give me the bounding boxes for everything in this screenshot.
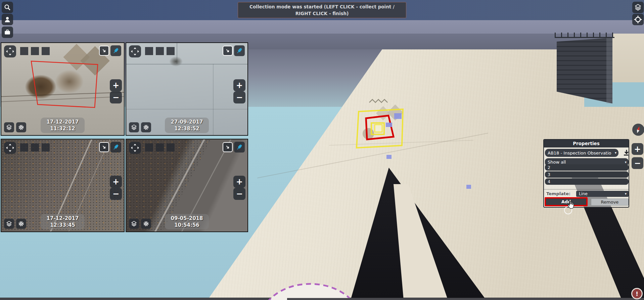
right-wall: [612, 34, 644, 83]
pan-button[interactable]: [129, 142, 141, 154]
tile-toggle-square[interactable]: [145, 47, 153, 55]
layers-icon: [131, 124, 137, 131]
export-icon: [101, 48, 107, 54]
remove-button[interactable]: Remove: [591, 199, 629, 206]
move-icon: [6, 47, 14, 56]
pin-button[interactable]: [234, 142, 245, 153]
pin-button[interactable]: [110, 142, 121, 153]
tile-toggle-square[interactable]: [156, 143, 164, 152]
tile-date: 17-12-2017: [47, 215, 79, 222]
download-button[interactable]: [620, 149, 629, 158]
tile-layers-button[interactable]: [129, 219, 139, 229]
zoom-in-button[interactable]: +: [632, 143, 643, 155]
joint-line: [126, 109, 247, 110]
tile-time: 11:32:12: [47, 125, 79, 132]
pin-button[interactable]: [234, 45, 245, 56]
crosshair-icon: [634, 15, 642, 24]
export-icon: [225, 144, 231, 150]
joint-line: [126, 64, 247, 65]
list-item[interactable]: 4: [545, 178, 629, 185]
tile-toggle-square[interactable]: [20, 143, 28, 152]
tile-zoom-out-button[interactable]: −: [110, 91, 122, 103]
tile-settings-button[interactable]: [141, 219, 151, 229]
open-image-button[interactable]: [99, 46, 109, 56]
briefcase-icon: [4, 29, 11, 36]
tile-time: 10:54:56: [171, 222, 203, 228]
layers-icon: [634, 3, 642, 11]
observation-select[interactable]: AB18 - Inspection Observatio ▾: [545, 149, 618, 157]
tile-toggle-square[interactable]: [31, 143, 39, 152]
zoom-out-button[interactable]: −: [632, 157, 643, 169]
tile-layers-button[interactable]: [4, 219, 14, 229]
image-tile-2[interactable]: + − 27-09-2017 12:38:52: [126, 42, 248, 136]
pin-icon: [112, 47, 120, 54]
tile-zoom-out-button[interactable]: −: [233, 188, 245, 200]
tile-zoom-out-button[interactable]: −: [233, 91, 245, 103]
focus-target-button[interactable]: [632, 14, 644, 25]
compass-icon[interactable]: [632, 124, 644, 136]
gear-icon: [18, 124, 25, 131]
open-image-button[interactable]: [223, 142, 233, 152]
pan-button[interactable]: [129, 45, 141, 57]
tile-layers-button[interactable]: [129, 122, 139, 132]
move-icon: [131, 47, 139, 56]
user-button[interactable]: [2, 14, 13, 25]
viewport-3d[interactable]: Collection mode was started (LEFT CLICK …: [0, 0, 644, 300]
tile-timestamp: 09-05-2018 10:54:56: [165, 214, 209, 229]
joint-line: [213, 64, 214, 136]
pan-button[interactable]: [4, 142, 16, 154]
export-icon: [225, 48, 231, 54]
template-select[interactable]: Line ▾: [576, 191, 629, 197]
add-button[interactable]: Add: [545, 197, 588, 206]
image-tile-1[interactable]: + − 17-12-2017 11:32:12: [1, 42, 125, 136]
chevron-down-icon: ▾: [615, 151, 616, 155]
tile-toggle-square[interactable]: [145, 143, 153, 152]
stain-blob: [169, 56, 183, 67]
tile-timestamp: 17-12-2017 11:32:12: [41, 118, 85, 133]
open-image-button[interactable]: [223, 46, 233, 56]
tile-toggle-square[interactable]: [42, 47, 50, 55]
tile-toggle-square[interactable]: [167, 143, 175, 152]
tile-settings-button[interactable]: [16, 219, 26, 229]
tile-layers-button[interactable]: [4, 122, 14, 132]
tile-toggle-square[interactable]: [31, 47, 39, 55]
pin-icon: [112, 143, 120, 151]
list-item[interactable]: 2: [545, 164, 629, 171]
tile-toggle-square[interactable]: [156, 47, 164, 55]
tile-zoom-in-button[interactable]: +: [233, 176, 245, 188]
tile-date: 17-12-2017: [47, 119, 79, 125]
user-icon: [4, 16, 11, 23]
image-tile-3[interactable]: + − 17-12-2017 12:33:45: [1, 139, 125, 232]
chevron-down-icon: ▾: [625, 161, 627, 164]
properties-panel: Properties AB18 - Inspection Observatio …: [543, 139, 629, 208]
tile-toggle-square[interactable]: [20, 47, 28, 55]
pin-button[interactable]: [110, 45, 121, 56]
list-item[interactable]: 3: [545, 171, 629, 178]
pan-button[interactable]: [4, 45, 16, 57]
pin-icon: [236, 47, 243, 54]
warning-icon: !: [636, 290, 638, 297]
layers-icon: [6, 124, 12, 131]
tile-settings-button[interactable]: [16, 122, 26, 132]
open-image-button[interactable]: [99, 142, 109, 152]
tile-zoom-out-button[interactable]: −: [110, 188, 122, 200]
tile-toggle-square[interactable]: [167, 47, 175, 55]
tile-zoom-in-button[interactable]: +: [233, 79, 245, 91]
gear-icon: [18, 220, 25, 227]
tile-zoom-in-button[interactable]: +: [110, 79, 122, 91]
tile-time: 12:33:45: [47, 222, 79, 228]
projects-button[interactable]: [2, 27, 13, 38]
filter-select-value: Show all: [548, 160, 624, 164]
tile-settings-button[interactable]: [141, 122, 151, 132]
layers-icon: [6, 220, 12, 227]
horizon-band: [0, 20, 644, 34]
gate-railing: [555, 33, 614, 38]
warning-button[interactable]: !: [631, 288, 643, 299]
image-tile-4[interactable]: + − 09-05-2018 10:54:56: [126, 139, 248, 232]
layers-button[interactable]: [632, 2, 644, 13]
search-button[interactable]: [2, 2, 13, 13]
search-icon: [4, 4, 11, 11]
tile-toggle-square[interactable]: [42, 143, 50, 152]
tile-zoom-in-button[interactable]: +: [110, 176, 122, 188]
chevron-down-icon: ▾: [625, 192, 627, 196]
